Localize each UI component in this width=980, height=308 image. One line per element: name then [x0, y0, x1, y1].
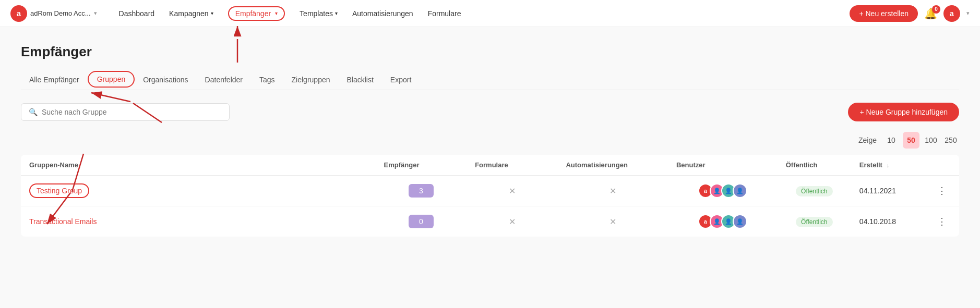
formulare-x-icon: ✕	[509, 217, 516, 226]
pagination-row: Zeige 10 50 100 250	[21, 132, 959, 149]
th-erstellt[interactable]: Erstellt ↓	[851, 155, 925, 176]
avatar-4: 👤	[733, 214, 747, 229]
tab-blacklist[interactable]: Blacklist	[339, 70, 382, 90]
more-options-button[interactable]: ⋮	[933, 214, 951, 229]
tab-zielgruppen[interactable]: Zielgruppen	[283, 70, 339, 90]
nav-dashboard[interactable]: Dashboard	[112, 0, 162, 27]
cell-erstellt: 04.10.2018	[851, 206, 925, 237]
pagination-label: Zeige	[858, 136, 877, 144]
notification-button[interactable]: 🔔 0	[924, 7, 937, 20]
nav-right: + Neu erstellen 🔔 0 a ▾	[850, 5, 970, 22]
search-icon: 🔍	[29, 108, 38, 116]
tab-gruppen[interactable]: Gruppen	[88, 71, 135, 88]
cell-group-name: Transactional Emails	[21, 206, 376, 237]
th-actions	[925, 155, 959, 176]
tab-datenfelder[interactable]: Datenfelder	[197, 70, 251, 90]
sort-icon: ↓	[887, 162, 890, 168]
cell-empfanger: 0	[376, 206, 467, 237]
table-header-row: Gruppen-Name Empfänger Formulare Automat…	[21, 155, 959, 176]
testing-group-link[interactable]: Testing Group	[29, 183, 89, 198]
cell-benutzer: a 👤 👤 👤	[668, 206, 778, 237]
automatisierungen-x-icon: ✕	[609, 187, 616, 195]
tab-alle-empfanger[interactable]: Alle Empfänger	[21, 70, 88, 90]
th-offentlich: Öffentlich	[778, 155, 851, 176]
transactional-emails-link[interactable]: Transactional Emails	[29, 217, 97, 226]
tab-tags[interactable]: Tags	[251, 70, 283, 90]
nav-kampagnen[interactable]: Kampagnen ▾	[162, 0, 221, 27]
nav-items: Dashboard Kampagnen ▾ Empfänger ▾ Templa…	[112, 0, 850, 27]
benutzer-avatar-group: a 👤 👤 👤	[676, 214, 769, 229]
user-avatar-button[interactable]: a	[943, 5, 960, 22]
templates-chevron-icon: ▾	[335, 10, 338, 16]
tabs-bar: Alle Empfänger Gruppen Organisations Dat…	[21, 70, 959, 90]
empfanger-count-badge: 0	[409, 215, 434, 228]
cell-actions: ⋮	[925, 206, 959, 237]
cell-erstellt: 04.11.2021	[851, 176, 925, 206]
account-name: adRom Demo Acc...	[30, 9, 91, 17]
empfanger-count-badge: 3	[409, 184, 434, 198]
pagination-50[interactable]: 50	[903, 132, 919, 149]
search-container: 🔍	[21, 103, 230, 121]
offentlich-badge: Öffentlich	[796, 217, 832, 227]
cell-empfanger: 3	[376, 176, 467, 206]
top-navigation: a adRom Demo Acc... ▾ Dashboard Kampagne…	[0, 0, 980, 27]
avatar-4: 👤	[733, 183, 747, 198]
search-input[interactable]	[42, 108, 222, 116]
th-formulare: Formulare	[467, 155, 557, 176]
cell-actions: ⋮	[925, 176, 959, 206]
notification-badge: 0	[932, 5, 940, 14]
formulare-x-icon: ✕	[509, 187, 516, 195]
cell-formulare: ✕	[467, 176, 557, 206]
more-options-button[interactable]: ⋮	[933, 183, 951, 199]
app-logo[interactable]: a adRom Demo Acc... ▾	[10, 5, 97, 22]
logo-circle: a	[10, 5, 27, 22]
cell-offentlich: Öffentlich	[778, 206, 851, 237]
nav-templates[interactable]: Templates ▾	[292, 0, 345, 27]
cell-automatisierungen: ✕	[557, 176, 667, 206]
user-chevron-icon[interactable]: ▾	[966, 10, 970, 17]
groups-table: Gruppen-Name Empfänger Formulare Automat…	[21, 155, 959, 237]
benutzer-avatar-group: a 👤 👤 👤	[676, 183, 769, 198]
th-benutzer: Benutzer	[668, 155, 778, 176]
search-row: 🔍 + Neue Gruppe hinzufügen	[21, 103, 959, 121]
th-automatisierungen: Automatisierungen	[557, 155, 667, 176]
cell-formulare: ✕	[467, 206, 557, 237]
main-content: Empfänger Alle Empfänger Gruppen Organis…	[0, 27, 980, 308]
page-title: Empfänger	[21, 44, 959, 60]
nav-automatisierungen[interactable]: Automatisierungen	[345, 0, 421, 27]
pagination-100[interactable]: 100	[923, 132, 939, 149]
tab-organisations[interactable]: Organisations	[135, 70, 196, 90]
automatisierungen-x-icon: ✕	[609, 217, 616, 226]
cell-automatisierungen: ✕	[557, 206, 667, 237]
pagination-10[interactable]: 10	[883, 132, 900, 149]
logo-chevron-icon: ▾	[94, 10, 97, 17]
table-row: Testing Group 3 ✕ ✕ a 👤 👤	[21, 176, 959, 206]
cell-group-name: Testing Group	[21, 176, 376, 206]
tab-export[interactable]: Export	[382, 70, 420, 90]
table-row: Transactional Emails 0 ✕ ✕ a 👤 👤	[21, 206, 959, 237]
nav-empfanger[interactable]: Empfänger ▾	[221, 0, 292, 27]
kampagnen-chevron-icon: ▾	[211, 10, 213, 16]
empfanger-chevron-icon: ▾	[275, 10, 278, 16]
th-gruppen-name[interactable]: Gruppen-Name	[21, 155, 376, 176]
new-create-button[interactable]: + Neu erstellen	[850, 5, 918, 22]
nav-formulare[interactable]: Formulare	[421, 0, 469, 27]
offentlich-badge: Öffentlich	[796, 186, 832, 196]
cell-benutzer: a 👤 👤 👤	[668, 176, 778, 206]
cell-offentlich: Öffentlich	[778, 176, 851, 206]
add-group-button[interactable]: + Neue Gruppe hinzufügen	[848, 103, 959, 121]
th-empfanger: Empfänger	[376, 155, 467, 176]
pagination-250[interactable]: 250	[942, 132, 959, 149]
